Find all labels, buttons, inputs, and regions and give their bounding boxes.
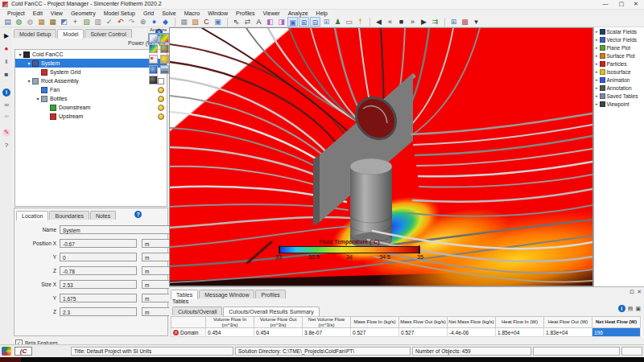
- viz-item-saved-tables[interactable]: Saved Tables: [594, 92, 644, 100]
- cell-net-mass-flow[interactable]: -4.4e-06: [448, 328, 496, 337]
- position-x-input[interactable]: -0.67: [60, 239, 137, 248]
- tree-item-fan[interactable]: Fan: [15, 85, 167, 94]
- viz-item-particles[interactable]: Particles: [594, 60, 644, 68]
- dark-sphere-icon[interactable]: [149, 76, 158, 84]
- tree-item-system[interactable]: ▾ System: [15, 59, 167, 68]
- unit-select[interactable]: m: [142, 280, 172, 289]
- unit-select[interactable]: m: [142, 307, 172, 316]
- menu-model-setup[interactable]: Model Setup: [100, 10, 139, 16]
- tab-message-window[interactable]: Message Window: [199, 290, 254, 298]
- info-icon[interactable]: i: [2, 88, 10, 97]
- record-icon[interactable]: ●: [2, 45, 10, 53]
- results-icon[interactable]: ▨: [190, 17, 200, 27]
- context-help-icon[interactable]: ?: [2, 142, 10, 150]
- refresh-globe-icon[interactable]: ◍: [14, 17, 24, 27]
- goggles-icon[interactable]: ∞: [2, 101, 10, 109]
- attach-icon[interactable]: ▧: [81, 17, 92, 27]
- tab-boundaries[interactable]: Boundaries: [49, 211, 89, 220]
- isosurface-icon[interactable]: [160, 55, 169, 64]
- subtab-results-summary[interactable]: Cutouts/Overall Results Summary: [223, 306, 319, 316]
- tab-solver-control[interactable]: Solver Control: [85, 29, 131, 38]
- tree-item-system-grid[interactable]: System Grid: [15, 68, 167, 76]
- unit-select[interactable]: m: [142, 294, 172, 302]
- cube-icon[interactable]: ◆: [160, 17, 171, 27]
- tab-model[interactable]: Model: [57, 29, 84, 39]
- tab-notes[interactable]: Notes: [90, 211, 116, 220]
- menu-edit[interactable]: Edit: [29, 10, 47, 16]
- goggles-off-icon[interactable]: ∞: [2, 113, 10, 121]
- header-net-volume-flow[interactable]: Net Volume Flow (m^3/s): [303, 316, 351, 328]
- cursor-icon[interactable]: ⇖: [231, 17, 242, 27]
- row-header-domain[interactable]: ✕Domain: [171, 328, 206, 337]
- viz-item-isosurface[interactable]: Isosurface: [594, 68, 644, 76]
- tree-item-root-assembly[interactable]: ▾ Root Assembly: [15, 76, 167, 85]
- mesh-view-icon[interactable]: ⊞: [448, 17, 459, 27]
- tree-item-upstream[interactable]: Upstream: [15, 112, 167, 121]
- view-image-icon[interactable]: ▣: [287, 17, 298, 27]
- menu-analyze[interactable]: Analyze: [284, 10, 312, 16]
- maximize-button[interactable]: ▢: [615, 0, 628, 8]
- close-button[interactable]: ✕: [630, 0, 642, 8]
- cell-net-volume-flow[interactable]: 3.8e-07: [303, 328, 351, 337]
- header-net-mass-flow[interactable]: Net Mass Flow (kg/s): [448, 316, 496, 328]
- stop-playback-icon[interactable]: ■: [396, 17, 407, 27]
- step-back-icon[interactable]: ◀: [374, 17, 384, 27]
- web-globe-icon[interactable]: ◍: [25, 17, 35, 27]
- export-table-icon[interactable]: ▤: [628, 306, 634, 312]
- table-info-icon[interactable]: i: [618, 305, 625, 312]
- tree-item-bottles[interactable]: ▾ Bottles: [15, 94, 167, 103]
- camera-icon[interactable]: ▭: [344, 17, 354, 27]
- flotherm-doc-icon[interactable]: C: [201, 17, 212, 27]
- text-annotation-icon[interactable]: A: [254, 17, 264, 27]
- save-icon[interactable]: ▤: [2, 17, 13, 27]
- name-input[interactable]: System: [60, 225, 172, 234]
- cell-volume-flow-in[interactable]: 0.454: [206, 328, 254, 337]
- xy-plot-icon[interactable]: [149, 34, 158, 43]
- unit-select[interactable]: m: [142, 266, 172, 275]
- menu-window[interactable]: Window: [204, 10, 232, 16]
- menu-help[interactable]: Help: [312, 10, 332, 16]
- viz-item-animation[interactable]: Animation: [594, 76, 644, 84]
- cell-volume-flow-out[interactable]: 0.454: [254, 328, 303, 337]
- size-y-input[interactable]: 1.675: [60, 294, 137, 302]
- viz-item-annotation[interactable]: Annotation: [594, 84, 644, 92]
- board-icon[interactable]: ▥: [93, 17, 103, 27]
- pause-icon[interactable]: ‖: [2, 58, 10, 66]
- float-panel-icon[interactable]: ⊡: [630, 289, 634, 295]
- menu-view[interactable]: View: [47, 10, 67, 16]
- viz-item-vector-fields[interactable]: Vector Fields: [594, 35, 644, 43]
- transform-icon[interactable]: ⇄: [242, 17, 253, 27]
- expander-icon[interactable]: ▾: [17, 51, 23, 57]
- viz-item-plane-plot[interactable]: Plane Plot: [594, 43, 644, 51]
- viz-item-surface-plot[interactable]: Surface Plot: [594, 51, 644, 60]
- image-icon[interactable]: ▣: [213, 17, 223, 27]
- split-two-icon[interactable]: ⊟: [310, 17, 320, 27]
- particle-plot-icon[interactable]: [149, 55, 158, 64]
- menu-viewer[interactable]: Viewer: [258, 10, 283, 16]
- plane-stack-icon[interactable]: [160, 65, 169, 74]
- cell-heat-flow-out[interactable]: 1.83e+04: [544, 328, 592, 337]
- cell-heat-flow-in[interactable]: 1.85e+04: [496, 328, 544, 337]
- walkthrough-icon[interactable]: ♟: [332, 17, 343, 27]
- cell-net-heat-flow[interactable]: 196: [592, 328, 641, 337]
- sphere-icon[interactable]: ●: [149, 17, 159, 27]
- grid-summary-icon[interactable]: ▦: [179, 17, 189, 27]
- scene-icon[interactable]: ▩: [460, 17, 470, 27]
- gradient-plot-icon[interactable]: [149, 44, 158, 53]
- undo-icon[interactable]: ↶: [115, 17, 126, 27]
- sphere-field-icon[interactable]: [160, 44, 169, 53]
- size-x-input[interactable]: 2.53: [60, 280, 137, 289]
- expander-icon[interactable]: ▾: [26, 78, 32, 84]
- split-four-icon[interactable]: ⊞: [299, 17, 309, 27]
- viz-item-viewpoint[interactable]: Viewpoint: [594, 100, 644, 108]
- minimize-button[interactable]: —: [599, 0, 612, 8]
- header-net-heat-flow[interactable]: Net Heat Flow (W): [592, 316, 641, 328]
- menu-project[interactable]: Project: [3, 10, 29, 16]
- first-frame-icon[interactable]: «: [385, 17, 395, 27]
- redo-icon[interactable]: ↷: [126, 17, 137, 27]
- split-grid-icon[interactable]: ⊞: [321, 17, 332, 27]
- copy-table-icon[interactable]: ▣: [635, 306, 641, 312]
- cuboid-alt-icon[interactable]: ◨: [276, 17, 287, 27]
- end-frame-icon[interactable]: ⇉: [430, 17, 440, 27]
- menu-macro[interactable]: Macro: [180, 10, 204, 16]
